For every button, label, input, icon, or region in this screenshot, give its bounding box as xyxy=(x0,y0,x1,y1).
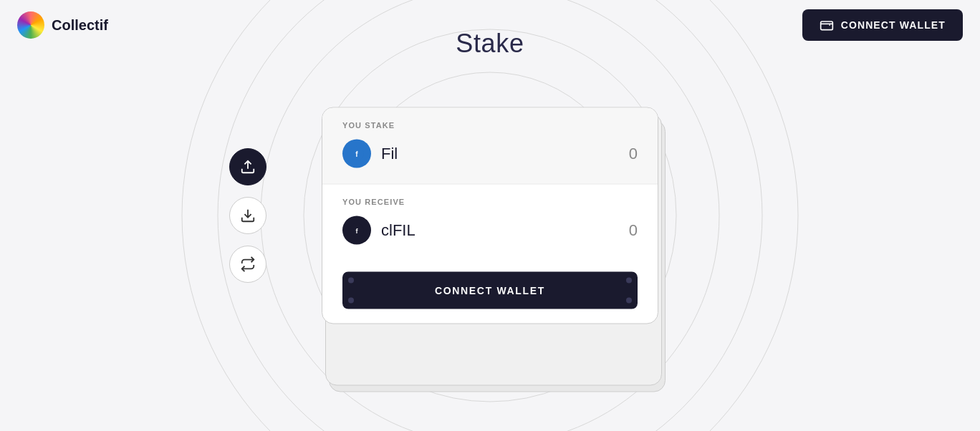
connect-wallet-header-button[interactable]: CONNECT WALLET xyxy=(802,9,963,41)
receive-token-row: f clFIL 0 xyxy=(342,216,638,245)
side-nav xyxy=(229,148,266,283)
logo-text: Collectif xyxy=(52,17,108,34)
connect-wallet-main-label: CONNECT WALLET xyxy=(435,285,545,296)
fil-logo: f xyxy=(348,145,365,163)
stake-card: YOU STAKE f Fil 0 YOU RECEIVE xyxy=(322,107,658,324)
you-stake-label: YOU STAKE xyxy=(342,121,638,130)
card-stack: YOU STAKE f Fil 0 YOU RECEIVE xyxy=(322,107,658,324)
receive-token-name: clFIL xyxy=(381,221,619,240)
withdraw-nav-button[interactable] xyxy=(229,197,266,234)
connect-wallet-main-button[interactable]: CONNECT WALLET xyxy=(342,272,638,309)
receive-token-amount: 0 xyxy=(629,221,638,240)
wallet-icon xyxy=(820,18,834,32)
fil-token-icon: f xyxy=(342,140,371,168)
logo: Collectif xyxy=(17,11,108,39)
clfil-logo: f xyxy=(348,222,365,239)
page-title: Stake xyxy=(456,29,524,59)
withdraw-icon xyxy=(240,208,256,223)
clfil-token-icon: f xyxy=(342,216,371,245)
you-receive-label: YOU RECEIVE xyxy=(342,198,638,206)
you-receive-section: YOU RECEIVE f clFIL 0 xyxy=(322,185,658,261)
swap-icon xyxy=(240,256,256,272)
you-stake-section: YOU STAKE f Fil 0 xyxy=(322,108,658,184)
card-footer: CONNECT WALLET xyxy=(322,261,658,324)
stake-token-name: Fil xyxy=(381,145,619,163)
btn-corner-br xyxy=(626,298,632,304)
swap-nav-button[interactable] xyxy=(229,246,266,283)
btn-corner-tl xyxy=(348,298,354,304)
stake-icon xyxy=(240,159,256,175)
stake-token-row: f Fil 0 xyxy=(342,140,638,168)
logo-icon xyxy=(17,11,44,39)
connect-wallet-header-label: CONNECT WALLET xyxy=(841,19,946,31)
stake-nav-button[interactable] xyxy=(229,148,266,185)
svg-rect-7 xyxy=(820,21,832,30)
stake-token-amount: 0 xyxy=(629,145,638,163)
